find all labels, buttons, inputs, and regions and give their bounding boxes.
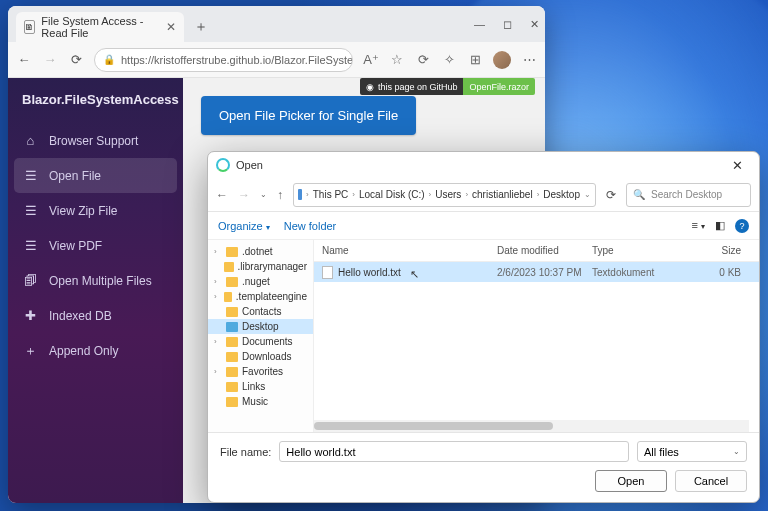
col-date[interactable]: Date modified [497,245,592,256]
sidebar-item-append-only[interactable]: ＋Append Only [8,333,183,368]
file-type-filter[interactable]: All files⌄ [637,441,747,462]
tree-item[interactable]: Contacts [208,304,313,319]
profile-avatar[interactable] [493,51,511,69]
file-list-empty [314,282,759,432]
sidebar-item-view-pdf[interactable]: ☰View PDF [8,228,183,263]
file-name-input[interactable] [279,441,629,462]
tree-item[interactable]: ›Favorites [208,364,313,379]
minimize-icon[interactable]: — [474,18,485,30]
maximize-icon[interactable]: ◻ [503,18,512,31]
pc-icon [298,189,302,200]
puzzle-icon: ✚ [22,308,39,323]
sidebar-item-open-multiple[interactable]: 🗐Open Multiple Files [8,263,183,298]
breadcrumb[interactable]: › This PC› Local Disk (C:)› Users› chris… [293,183,596,207]
file-row[interactable]: Hello world.txt↖ 2/6/2023 10:37 PM Textd… [314,262,759,282]
favorite-icon[interactable]: ☆ [389,52,405,68]
dialog-toolbar: Organize ▾ New folder ≡ ▾ ◧ ? [208,212,759,240]
search-icon: 🔍 [633,189,645,200]
tree-item[interactable]: ›.nuget [208,274,313,289]
dialog-nav: ← → ⌄ ↑ › This PC› Local Disk (C:)› User… [208,178,759,212]
dialog-title: Open [236,159,263,171]
view-list-icon[interactable]: ≡ ▾ [692,219,705,233]
open-button[interactable]: Open [595,470,667,492]
browser-tab[interactable]: 🗎 File System Access - Read File ✕ [16,12,184,42]
tree-item[interactable]: ›Documents [208,334,313,349]
nav-recent-icon[interactable]: ⌄ [260,190,267,199]
github-icon: ◉ [366,82,374,92]
tree-item[interactable]: Music [208,394,313,409]
github-badge-right: OpenFile.razor [463,78,535,95]
tab-title: File System Access - Read File [41,15,160,39]
search-placeholder: Search Desktop [651,189,722,200]
url-input[interactable]: 🔒 https://kristofferstrube.github.io/Bla… [94,48,353,72]
home-icon: ⌂ [22,133,39,148]
open-file-picker-button[interactable]: Open File Picker for Single File [201,96,416,135]
cancel-button[interactable]: Cancel [675,470,747,492]
file-open-dialog: Open ✕ ← → ⌄ ↑ › This PC› Local Disk (C:… [207,151,760,503]
forward-icon[interactable]: → [42,52,58,68]
sync-icon[interactable]: ⟳ [415,52,431,68]
github-badge-left: ◉this page on GitHub [360,78,464,95]
tree-item[interactable]: ›.templateengine [208,289,313,304]
dialog-titlebar: Open ✕ [208,152,759,178]
folder-tree[interactable]: ›.dotnet .librarymanager ›.nuget ›.templ… [208,240,314,432]
nav-up-icon[interactable]: ↑ [277,188,283,202]
organize-menu[interactable]: Organize ▾ [218,220,270,232]
url-text: https://kristofferstrube.github.io/Blazo… [121,54,353,66]
col-size[interactable]: Size [687,245,751,256]
close-tab-icon[interactable]: ✕ [166,20,176,34]
tab-bar: 🗎 File System Access - Read File ✕ ＋ — ◻… [8,6,545,42]
tree-item[interactable]: Downloads [208,349,313,364]
sidebar-item-view-zip[interactable]: ☰View Zip File [8,193,183,228]
help-icon[interactable]: ? [735,219,749,233]
menu-icon[interactable]: ⋯ [521,52,537,68]
textfile-icon [322,266,333,279]
col-type[interactable]: Type [592,245,687,256]
read-aloud-icon[interactable]: A⁺ [363,52,379,68]
plus-icon: ＋ [22,343,39,358]
file-name-label: File name: [220,446,271,458]
back-icon[interactable]: ← [16,52,32,68]
dialog-body: ›.dotnet .librarymanager ›.nuget ›.templ… [208,240,759,432]
list-icon: ☰ [22,238,39,253]
lock-icon: 🔒 [103,54,115,65]
address-bar: ← → ⟳ 🔒 https://kristofferstrube.github.… [8,42,545,78]
nav-refresh-icon[interactable]: ⟳ [606,188,616,202]
favicon-icon: 🗎 [24,20,35,34]
tree-item[interactable]: .librarymanager [208,259,313,274]
dialog-footer: File name: All files⌄ Open Cancel [208,432,759,502]
toolbar-right: A⁺ ☆ ⟳ ✧ ⊞ ⋯ [363,51,537,69]
extensions-icon[interactable]: ✧ [441,52,457,68]
close-window-icon[interactable]: ✕ [530,18,539,31]
dialog-close-icon[interactable]: ✕ [723,155,751,175]
github-badge[interactable]: ◉this page on GitHub OpenFile.razor [360,78,535,95]
cursor-icon: ↖ [410,268,419,281]
file-list: Name Date modified Type Size Hello world… [314,240,759,432]
nav-back-icon[interactable]: ← [216,188,228,202]
edge-icon [216,158,230,172]
tree-item-selected[interactable]: Desktop [208,319,313,334]
new-tab-button[interactable]: ＋ [190,16,212,38]
refresh-icon[interactable]: ⟳ [68,52,84,68]
view-preview-icon[interactable]: ◧ [715,219,725,233]
nav-forward-icon[interactable]: → [238,188,250,202]
tree-item[interactable]: ›.dotnet [208,244,313,259]
window-controls: — ◻ ✕ [474,6,539,42]
files-icon: 🗐 [22,273,39,288]
sidebar-item-indexed-db[interactable]: ✚Indexed DB [8,298,183,333]
list-icon: ☰ [22,203,39,218]
horizontal-scrollbar[interactable] [314,420,749,432]
sidebar-item-open-file[interactable]: ☰Open File [14,158,177,193]
column-headers[interactable]: Name Date modified Type Size [314,240,759,262]
sidebar-item-browser-support[interactable]: ⌂Browser Support [8,123,183,158]
col-name[interactable]: Name [322,245,497,256]
app-brand: Blazor.FileSystemAccess [8,78,183,123]
collections-icon[interactable]: ⊞ [467,52,483,68]
list-icon: ☰ [22,168,39,183]
new-folder-button[interactable]: New folder [284,220,337,232]
tree-item[interactable]: Links [208,379,313,394]
app-sidebar: Blazor.FileSystemAccess ⌂Browser Support… [8,78,183,503]
search-input[interactable]: 🔍 Search Desktop [626,183,751,207]
